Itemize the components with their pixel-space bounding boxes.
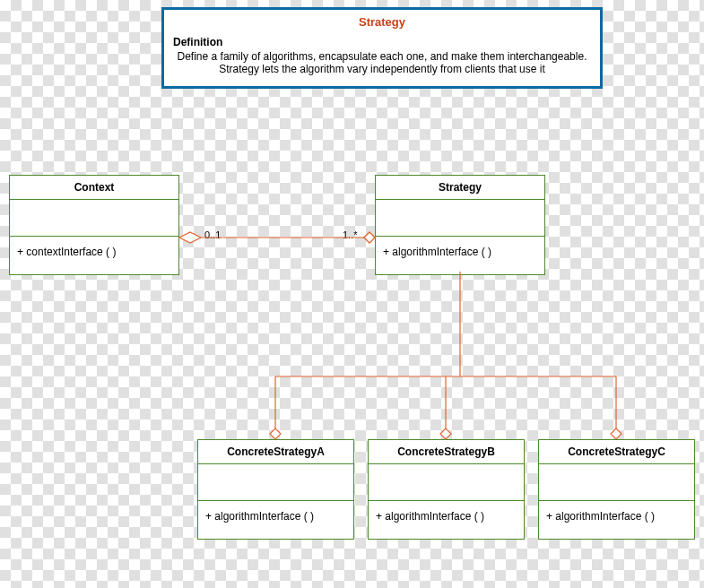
operation: + algorithmInterface ( ) xyxy=(205,510,314,523)
aggregation-diamond-icon xyxy=(364,232,375,243)
uml-class-concrete-b: ConcreteStrategyB + algorithmInterface (… xyxy=(368,439,525,540)
class-name: Context xyxy=(10,176,178,200)
class-attributes xyxy=(369,464,524,501)
class-attributes xyxy=(539,464,694,501)
class-attributes xyxy=(198,464,353,501)
diamond-icon xyxy=(270,428,281,439)
diamond-icon xyxy=(440,428,451,439)
pattern-title-box: Strategy Definition Define a family of a… xyxy=(161,7,603,89)
class-name: ConcreteStrategyC xyxy=(539,440,694,464)
definition-label: Definition xyxy=(173,36,591,48)
class-attributes xyxy=(376,200,544,237)
uml-class-context: Context + contextInterface ( ) xyxy=(9,175,179,275)
class-name: ConcreteStrategyB xyxy=(369,440,524,464)
class-attributes xyxy=(10,200,178,237)
class-name: ConcreteStrategyA xyxy=(198,440,353,464)
class-operations: + algorithmInterface ( ) xyxy=(376,237,544,274)
aggregation-diamond-icon-right xyxy=(364,232,375,243)
multiplicity-right: 1..* xyxy=(343,229,358,240)
uml-class-concrete-a: ConcreteStrategyA + algorithmInterface (… xyxy=(197,439,354,540)
operation: + algorithmInterface ( ) xyxy=(376,510,484,523)
pattern-title: Strategy xyxy=(173,15,591,29)
class-name: Strategy xyxy=(376,176,544,200)
multiplicity-left: 0..1 xyxy=(204,229,221,240)
uml-class-strategy: Strategy + algorithmInterface ( ) xyxy=(375,175,545,275)
diamond-icon xyxy=(611,428,621,439)
class-operations: + contextInterface ( ) xyxy=(10,237,178,274)
uml-class-concrete-c: ConcreteStrategyC + algorithmInterface (… xyxy=(538,439,695,540)
operation: + contextInterface ( ) xyxy=(17,246,116,258)
operation: + algorithmInterface ( ) xyxy=(383,246,491,258)
operation: + algorithmInterface ( ) xyxy=(546,510,655,523)
class-operations: + algorithmInterface ( ) xyxy=(198,501,353,539)
diagram-canvas: Strategy Definition Define a family of a… xyxy=(0,0,704,588)
class-operations: + algorithmInterface ( ) xyxy=(369,501,524,539)
aggregation-diamond-icon xyxy=(179,232,201,243)
definition-text: Define a family of algorithms, encapsula… xyxy=(173,50,591,75)
class-operations: + algorithmInterface ( ) xyxy=(539,501,694,539)
